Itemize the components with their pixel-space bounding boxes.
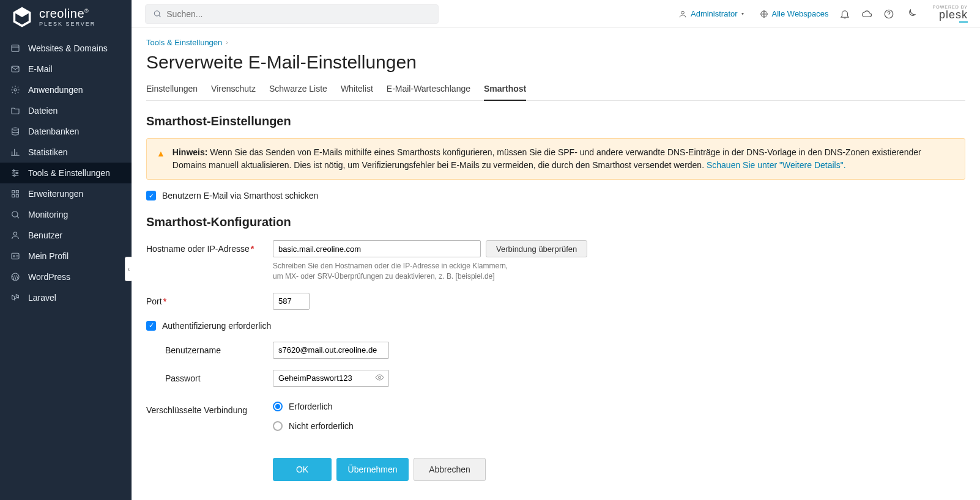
- breadcrumb: Tools & Einstellungen ›: [146, 38, 965, 47]
- svg-rect-9: [12, 194, 15, 197]
- chevron-right-icon: ›: [226, 39, 228, 46]
- svg-point-12: [13, 232, 17, 235]
- svg-point-3: [12, 128, 19, 130]
- laravel-icon: [10, 292, 21, 303]
- globe-icon: [760, 10, 768, 18]
- radio-enc-not-required-label: Nicht erforderlich: [289, 421, 354, 431]
- webspaces-link[interactable]: Alle Webspaces: [760, 9, 829, 18]
- page-title: Serverweite E-Mail-Einstellungen: [146, 52, 965, 73]
- nav-stats[interactable]: Statistiken: [0, 142, 132, 163]
- nav-extensions[interactable]: Erweiterungen: [0, 183, 132, 204]
- tab-mailqueue[interactable]: E-Mail-Warteschlange: [387, 84, 470, 100]
- svg-point-14: [13, 256, 15, 257]
- brand-sub: PLESK SERVER: [39, 21, 95, 27]
- tabs: Einstellungen Virenschutz Schwarze Liste…: [146, 84, 965, 101]
- gear-icon: [10, 84, 21, 95]
- user-icon: [678, 10, 687, 18]
- notice-details-link[interactable]: Schauen Sie unter "Weitere Details".: [707, 160, 846, 170]
- svg-point-20: [379, 376, 381, 378]
- svg-rect-10: [16, 194, 18, 197]
- user-icon: [10, 230, 21, 241]
- svg-point-11: [12, 211, 18, 217]
- label-username: Benutzername: [146, 342, 273, 355]
- label-password: Passwort: [146, 370, 273, 383]
- tab-settings[interactable]: Einstellungen: [146, 84, 198, 100]
- brand-logo[interactable]: creoline® PLESK SERVER: [0, 0, 132, 34]
- puzzle-icon: [10, 188, 21, 199]
- nav-files[interactable]: Dateien: [0, 100, 132, 121]
- sidebar: creoline® PLESK SERVER Websites & Domain…: [0, 0, 132, 500]
- svg-rect-7: [12, 191, 15, 193]
- label-encryption: Verschlüsselte Verbindung: [146, 402, 273, 415]
- topbar: Administrator ▾ Alle Webspaces POWERED B…: [132, 0, 980, 28]
- search-box[interactable]: [145, 4, 439, 24]
- label-port: Port*: [146, 293, 273, 306]
- plesk-badge[interactable]: POWERED BY plesk: [933, 5, 968, 23]
- section-smarthost-config: Smarthost-Konfiguration: [146, 215, 965, 229]
- cloud-icon[interactable]: [861, 8, 873, 20]
- nav-websites[interactable]: Websites & Domains: [0, 38, 132, 59]
- folder-icon: [10, 105, 21, 116]
- verify-connection-button[interactable]: Verbindung überprüfen: [486, 240, 587, 257]
- notice-text: Hinweis: Wenn Sie das Senden von E-Mails…: [173, 146, 955, 172]
- help-icon[interactable]: [883, 8, 895, 20]
- checkbox-auth-required[interactable]: ✓: [146, 321, 156, 331]
- nav-tools[interactable]: Tools & Einstellungen: [0, 163, 132, 183]
- brand-name: creoline: [39, 7, 84, 20]
- search-input[interactable]: [166, 9, 431, 19]
- mail-icon: [10, 64, 21, 75]
- input-password[interactable]: [273, 370, 389, 387]
- wordpress-icon: [10, 271, 21, 282]
- svg-rect-13: [12, 253, 19, 259]
- nav-databases[interactable]: Datenbanken: [0, 121, 132, 142]
- sidebar-collapse[interactable]: ‹: [125, 257, 132, 281]
- breadcrumb-root[interactable]: Tools & Einstellungen: [146, 38, 222, 47]
- search-icon: [153, 9, 161, 18]
- apply-button[interactable]: Übernehmen: [336, 458, 409, 481]
- bell-icon[interactable]: [839, 8, 851, 20]
- nav-mail[interactable]: E-Mail: [0, 59, 132, 79]
- cancel-button[interactable]: Abbrechen: [414, 458, 486, 481]
- warning-icon: ▲: [157, 147, 165, 173]
- browser-icon: [10, 43, 21, 54]
- svg-rect-8: [16, 191, 18, 193]
- tab-whitelist[interactable]: Whitelist: [341, 84, 373, 100]
- svg-point-2: [14, 89, 17, 91]
- eye-icon[interactable]: [375, 373, 384, 384]
- tab-smarthost[interactable]: Smarthost: [484, 84, 526, 101]
- input-username[interactable]: [273, 342, 389, 359]
- tab-antivirus[interactable]: Virenschutz: [211, 84, 256, 100]
- radio-enc-required-label: Erforderlich: [289, 402, 333, 411]
- nav-profile[interactable]: Mein Profil: [0, 246, 132, 267]
- tab-blacklist[interactable]: Schwarze Liste: [269, 84, 327, 100]
- moon-icon[interactable]: [905, 8, 917, 20]
- content-area: Tools & Einstellungen › Serverweite E-Ma…: [132, 28, 980, 491]
- section-smarthost-settings: Smarthost-Einstellungen: [146, 114, 965, 128]
- hostname-hint: Schreiben Sie den Hostnamen oder die IP-…: [273, 261, 587, 282]
- logo-icon: [11, 6, 33, 28]
- nav-wordpress[interactable]: WordPress: [0, 267, 132, 287]
- input-port[interactable]: [273, 293, 310, 310]
- chevron-down-icon: ▾: [741, 11, 744, 17]
- main-panel: Administrator ▾ Alle Webspaces POWERED B…: [132, 0, 980, 500]
- nav-monitoring[interactable]: Monitoring: [0, 204, 132, 225]
- radio-enc-not-required[interactable]: [273, 421, 283, 431]
- chart-icon: [10, 147, 21, 158]
- svg-rect-0: [12, 45, 19, 52]
- svg-point-17: [681, 11, 685, 14]
- checkbox-send-via-smarthost[interactable]: ✓: [146, 191, 156, 200]
- checkbox-send-via-smarthost-label: Benutzern E-Mail via Smarthost schicken: [162, 191, 318, 200]
- notice-box: ▲ Hinweis: Wenn Sie das Senden von E-Mai…: [146, 138, 965, 180]
- nav-laravel[interactable]: Laravel: [0, 287, 132, 308]
- input-hostname[interactable]: [273, 240, 481, 257]
- svg-rect-1: [12, 66, 19, 72]
- magnifier-icon: [10, 209, 21, 220]
- checkbox-auth-required-label: Authentifizierung erforderlich: [162, 321, 271, 331]
- label-hostname: Hostname oder IP-Adresse*: [146, 240, 273, 254]
- admin-menu[interactable]: Administrator ▾: [678, 9, 744, 18]
- nav-apps[interactable]: Anwendungen: [0, 79, 132, 100]
- ok-button[interactable]: OK: [273, 458, 332, 481]
- radio-enc-required[interactable]: [273, 402, 283, 411]
- main-nav: Websites & Domains E-Mail Anwendungen Da…: [0, 38, 132, 308]
- nav-users[interactable]: Benutzer: [0, 225, 132, 246]
